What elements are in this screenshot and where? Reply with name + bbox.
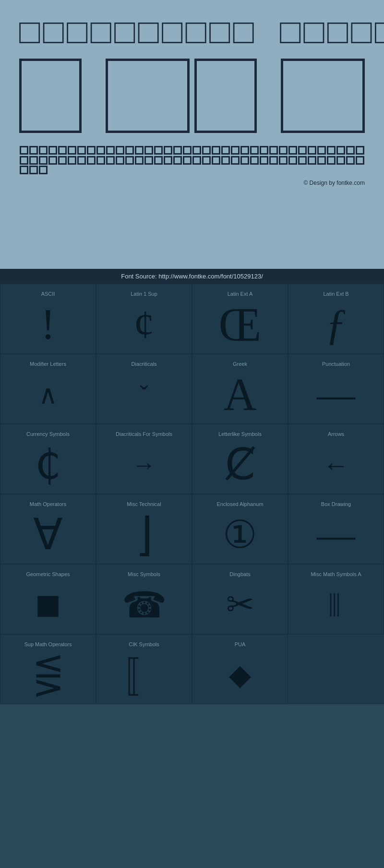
glyph-cell: Arrows← (288, 424, 384, 494)
glyph-symbol: ■ (35, 581, 61, 629)
glyph-symbol: ∧ (38, 371, 58, 419)
glyph-label: Sup Math Operators (5, 641, 91, 647)
glyph-cell: Letterlike SymbolsȻ (192, 424, 288, 494)
glyph-label: ASCII (5, 291, 91, 297)
glyph-cell: ASCII! (0, 284, 96, 354)
glyph-symbol: 〚 (124, 651, 164, 699)
glyph-label: Punctuation (293, 361, 379, 367)
glyph-symbol: ⦀ (327, 581, 345, 629)
glyph-label: Misc Math Symbols A (293, 571, 379, 577)
glyph-label: Arrows (293, 431, 379, 437)
glyph-cell: GreekΑ (192, 354, 288, 424)
box-row-top (19, 59, 190, 133)
glyph-cell: CIK Symbols〚 (96, 634, 192, 704)
glyph-cell: Sup Math Operators⋚ (0, 634, 96, 704)
glyph-grid: ASCII!Latin 1 Sup¢Latin Ext AŒLatin Ext … (0, 284, 384, 704)
glyph-cell: Enclosed Alphanum① (192, 494, 288, 564)
glyph-symbol: ✂ (226, 581, 254, 629)
glyph-cell: Misc Math Symbols A⦀ (288, 564, 384, 634)
glyph-symbol: ☎ (122, 581, 167, 629)
glyph-cell: Box Drawing— (288, 494, 384, 564)
glyph-cell: Misc Technical⌋ (96, 494, 192, 564)
glyph-label: Diacriticals For Symbols (101, 431, 187, 437)
glyph-symbol: — (317, 511, 355, 559)
glyph-label: Greek (197, 361, 283, 367)
glyph-label: Modifier Letters (5, 361, 91, 367)
glyph-symbol: Α (224, 371, 257, 419)
glyph-symbol: → (132, 441, 156, 489)
glyph-label: Letterlike Symbols (197, 431, 283, 437)
glyph-symbol: — (317, 371, 355, 419)
glyph-symbol: ⌋ (135, 511, 153, 559)
box-row-bottom (194, 59, 365, 133)
glyph-label: Currency Symbols (5, 431, 91, 437)
design-credit: © Design by fontke.com (19, 175, 365, 186)
glyph-label: PUA (197, 641, 283, 647)
glyph-label: Geometric Shapes (5, 571, 91, 577)
glyph-label: Latin Ext A (197, 291, 283, 297)
glyph-cell: Latin Ext AŒ (192, 284, 288, 354)
glyph-symbol: ① (223, 511, 257, 559)
glyph-label: Latin 1 Sup (101, 291, 187, 297)
glyph-label: Misc Technical (101, 501, 187, 507)
glyph-symbol: ˇ (140, 371, 148, 419)
glyph-label: Diacriticals (101, 361, 187, 367)
glyph-label: Math Operators (5, 501, 91, 507)
glyph-symbol: ! (41, 301, 55, 349)
glyph-cell: Latin Ext Bƒ (288, 284, 384, 354)
glyph-cell: Misc Symbols☎ (96, 564, 192, 634)
glyph-symbol: ◆ (229, 651, 251, 699)
preview-box (194, 59, 257, 133)
glyph-cell: Modifier Letters∧ (0, 354, 96, 424)
glyph-symbol: ¢ (134, 301, 155, 349)
preview-blocks (19, 145, 365, 175)
glyph-cell: Diacriticals For Symbols→ (96, 424, 192, 494)
glyph-symbol: ← (323, 441, 349, 489)
glyph-cell: PUA◆ (192, 634, 288, 704)
glyph-label: Misc Symbols (101, 571, 187, 577)
glyph-label: Enclosed Alphanum (197, 501, 283, 507)
glyph-label: Latin Ext B (293, 291, 379, 297)
glyph-cell: Latin 1 Sup¢ (96, 284, 192, 354)
glyph-symbol: Ȼ (225, 441, 255, 489)
glyph-label: Dingbats (197, 571, 283, 577)
glyph-cell: Diacriticalsˇ (96, 354, 192, 424)
preview-box (19, 59, 82, 133)
glyph-cell: Currency Symbols₵ (0, 424, 96, 494)
glyph-symbol: ƒ (325, 301, 347, 349)
preview-boxes (19, 59, 365, 138)
glyph-symbol: ⋚ (32, 651, 64, 699)
preview-box (281, 59, 365, 133)
font-source-bar: Font Source: http://www.fontke.com/font/… (0, 269, 384, 284)
glyph-symbol: ∀ (33, 511, 63, 559)
glyph-cell: Punctuation— (288, 354, 384, 424)
preview-box (106, 59, 190, 133)
glyph-cell: Dingbats✂ (192, 564, 288, 634)
glyph-symbol: ₵ (35, 441, 61, 489)
preview-title: □□□□□□□□□□ □□□□□□□□ (19, 14, 365, 49)
glyph-symbol: Œ (219, 301, 262, 349)
glyph-label: CIK Symbols (101, 641, 187, 647)
preview-area: □□□□□□□□□□ □□□□□□□□ © Design by fontke.c… (0, 0, 384, 269)
glyph-cell: Math Operators∀ (0, 494, 96, 564)
glyph-label: Box Drawing (293, 501, 379, 507)
glyph-cell: Geometric Shapes■ (0, 564, 96, 634)
